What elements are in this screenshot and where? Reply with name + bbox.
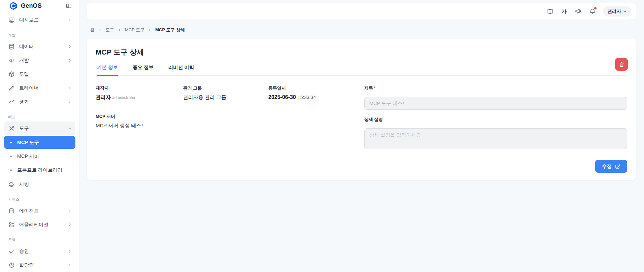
tab-important-info[interactable]: 중요 정보 (133, 64, 154, 75)
sidebar-item-label: 대시보드 (19, 17, 63, 23)
registered-date: 2025-06-30 (268, 94, 296, 100)
sidebar-collapse-icon[interactable] (65, 2, 73, 10)
page-title: MCP 도구 상세 (96, 47, 627, 57)
sidebar-item-evaluation[interactable]: 평가 (4, 95, 75, 108)
check-icon (8, 248, 15, 254)
sidebar-item-model[interactable]: 모델 (4, 67, 75, 81)
description-textarea[interactable] (364, 128, 627, 149)
sidebar-item-label: 모델 (19, 71, 72, 77)
delete-button[interactable] (615, 58, 628, 71)
app-logo[interactable]: GenOS (9, 1, 42, 10)
sidebar-section-ops: 운영 (8, 237, 71, 242)
chevron-right-icon (68, 58, 72, 63)
card-footer: 수정 (96, 160, 627, 173)
sidebar-item-mcp-tools[interactable]: MCP 도구 (4, 136, 75, 149)
sidebar-item-prompt-library[interactable]: 프롬프트 라이브러리 (4, 164, 75, 176)
sidebar-item-label: 트레이너 (19, 85, 63, 91)
creator-username: administrator (112, 95, 135, 100)
breadcrumb-mcp-tools[interactable]: MCP 도구 (125, 27, 144, 33)
sidebar-nav: 대시보드 개발 데이터 개발 (0, 11, 79, 272)
top-header-bar: 가 관리자 (87, 3, 636, 20)
app-name: GenOS (21, 2, 42, 9)
sidebar-item-develop[interactable]: 개발 (4, 54, 75, 67)
agent-robot-icon (8, 207, 15, 214)
chevron-right-icon (68, 249, 72, 253)
database-icon (8, 43, 15, 50)
tab-revision-history[interactable]: 리비전 이력 (168, 64, 194, 75)
edit-pencil-icon (615, 164, 620, 169)
chevron-right-icon (68, 18, 72, 22)
user-menu-button[interactable]: 관리자 (603, 6, 632, 16)
sidebar-section-service: 서비스 (8, 197, 71, 202)
sidebar-item-tools[interactable]: 도구 (4, 122, 75, 135)
chevron-right-icon (117, 28, 122, 32)
field-mcp-server: MCP 서버 MCP 서버 생성 테스트 (96, 113, 364, 129)
sidebar-item-approval[interactable]: 승인 (4, 244, 75, 258)
genos-logo-icon (9, 1, 18, 10)
sidebar-item-dashboard[interactable]: 대시보드 (4, 13, 75, 27)
sidebar-item-label: 평가 (19, 99, 63, 105)
chevron-right-icon (68, 263, 72, 267)
bullet-icon (10, 156, 12, 157)
creator-value: 관리자 (96, 94, 111, 100)
field-group: 관리 그룹 관리자용 관리 그룹 (183, 85, 268, 101)
detail-card: MCP 도구 상세 기본 정보 중요 정보 리비전 이력 제작자 관리자admi… (87, 39, 636, 180)
user-menu-label: 관리자 (608, 8, 621, 14)
font-size-icon[interactable]: 가 (558, 6, 570, 16)
chevron-right-icon (98, 28, 102, 32)
chevron-right-icon (148, 28, 152, 32)
edit-button-label: 수정 (602, 163, 612, 170)
notification-bell-icon[interactable] (587, 6, 598, 16)
breadcrumb: 홈 도구 MCP 도구 MCP 도구 상세 (90, 27, 636, 33)
breadcrumb-home[interactable]: 홈 (90, 27, 95, 33)
pencil-icon (8, 84, 15, 91)
description-field-label: 상세 설명 (364, 116, 627, 123)
tab-basic-info[interactable]: 기본 정보 (97, 64, 118, 76)
dashboard-icon (8, 16, 15, 23)
required-asterisk: * (374, 86, 375, 91)
chevron-right-icon (68, 209, 72, 213)
field-registered-at: 등록일시 2025-06-3015:33:34 (268, 85, 364, 101)
main-area: 가 관리자 홈 도구 MCP 도구 MCP 도구 상세 MCP 도구 상세 기본… (80, 0, 644, 272)
docs-book-icon[interactable] (544, 6, 556, 16)
breadcrumb-tools[interactable]: 도구 (105, 27, 114, 33)
chevron-right-icon (68, 100, 72, 104)
code-icon (8, 57, 15, 64)
mcp-server-value: MCP 서버 생성 테스트 (96, 123, 364, 129)
chevron-right-icon (68, 86, 72, 90)
sidebar-item-mcp-server[interactable]: MCP 서버 (4, 150, 75, 163)
sidebar-item-label: 개발 (19, 57, 63, 64)
registered-time: 15:33:34 (298, 95, 316, 100)
form-body: 제작자 관리자administrator 관리 그룹 관리자용 관리 그룹 등록… (96, 85, 627, 150)
pie-chart-icon (8, 262, 15, 268)
field-creator: 제작자 관리자administrator (96, 85, 183, 101)
sidebar-item-label: 프롬프트 라이브러리 (17, 167, 63, 173)
sidebar-item-application[interactable]: 애플리케이션 (4, 218, 75, 231)
sidebar-section-dev: 개발 (8, 33, 71, 38)
title-input[interactable] (364, 97, 627, 110)
sidebar-item-agent[interactable]: 에이전트 (4, 204, 75, 217)
info-grid: 제작자 관리자administrator 관리 그룹 관리자용 관리 그룹 등록… (96, 85, 364, 150)
sidebar-item-quota[interactable]: 할당량 (4, 258, 75, 272)
sidebar-item-data[interactable]: 데이터 (4, 40, 75, 53)
sidebar-item-serving[interactable]: 서빙 (4, 177, 75, 191)
sidebar-item-label: 할당량 (19, 262, 63, 268)
trash-icon (618, 61, 625, 68)
cloud-icon (8, 181, 15, 188)
chevron-down-icon (623, 9, 627, 13)
chevron-right-icon (68, 223, 72, 227)
megaphone-icon[interactable] (573, 6, 584, 16)
group-value: 관리자용 관리 그룹 (183, 94, 268, 101)
sidebar-item-label: 데이터 (19, 43, 63, 50)
sidebar-item-label: 승인 (19, 248, 63, 254)
notification-dot (594, 7, 597, 9)
field-label: 관리 그룹 (183, 85, 268, 91)
sidebar-item-label: 애플리케이션 (19, 222, 63, 228)
title-field-label: 제목* (364, 85, 627, 91)
sidebar-item-trainer[interactable]: 트레이너 (4, 81, 75, 95)
edit-button[interactable]: 수정 (595, 160, 627, 173)
field-label: 등록일시 (268, 85, 364, 91)
bullet-icon (10, 142, 12, 143)
tab-bar: 기본 정보 중요 정보 리비전 이력 (96, 64, 627, 76)
chevron-down-icon (68, 126, 72, 131)
